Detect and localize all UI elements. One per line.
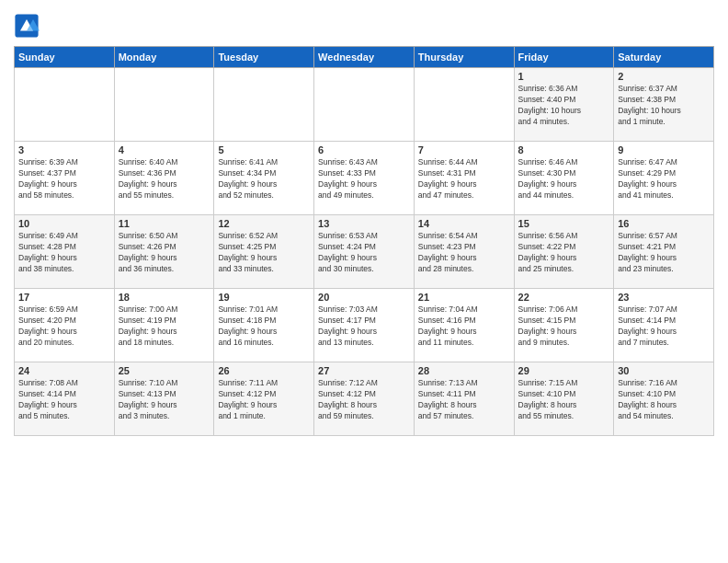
- calendar-cell: 4Sunrise: 6:40 AM Sunset: 4:36 PM Daylig…: [114, 142, 214, 215]
- day-number: 13: [318, 218, 410, 229]
- day-number: 14: [418, 218, 510, 229]
- calendar-cell: 13Sunrise: 6:53 AM Sunset: 4:24 PM Dayli…: [314, 215, 415, 289]
- day-info: Sunrise: 6:49 AM Sunset: 4:28 PM Dayligh…: [18, 231, 110, 275]
- day-number: 18: [119, 292, 210, 303]
- col-header-friday: Friday: [514, 47, 614, 68]
- day-info: Sunrise: 7:16 AM Sunset: 4:10 PM Dayligh…: [618, 378, 710, 422]
- day-info: Sunrise: 6:40 AM Sunset: 4:36 PM Dayligh…: [119, 157, 210, 201]
- col-header-wednesday: Wednesday: [314, 47, 415, 68]
- calendar-cell: 7Sunrise: 6:44 AM Sunset: 4:31 PM Daylig…: [414, 142, 514, 215]
- calendar-cell: [314, 68, 415, 142]
- day-number: 22: [518, 292, 610, 303]
- calendar-cell: 26Sunrise: 7:11 AM Sunset: 4:12 PM Dayli…: [214, 362, 314, 436]
- col-header-saturday: Saturday: [614, 47, 714, 68]
- day-info: Sunrise: 6:59 AM Sunset: 4:20 PM Dayligh…: [18, 304, 110, 349]
- day-info: Sunrise: 6:43 AM Sunset: 4:33 PM Dayligh…: [318, 157, 410, 201]
- calendar-cell: 25Sunrise: 7:10 AM Sunset: 4:13 PM Dayli…: [114, 362, 214, 436]
- day-number: 5: [218, 144, 310, 155]
- week-row-4: 24Sunrise: 7:08 AM Sunset: 4:14 PM Dayli…: [15, 362, 714, 436]
- calendar-cell: 30Sunrise: 7:16 AM Sunset: 4:10 PM Dayli…: [614, 362, 714, 436]
- calendar-cell: 1Sunrise: 6:36 AM Sunset: 4:40 PM Daylig…: [514, 68, 614, 142]
- day-number: 27: [318, 365, 410, 376]
- day-number: 1: [518, 71, 610, 82]
- calendar-cell: 18Sunrise: 7:00 AM Sunset: 4:19 PM Dayli…: [114, 289, 214, 362]
- day-number: 29: [518, 365, 610, 376]
- calendar-cell: 16Sunrise: 6:57 AM Sunset: 4:21 PM Dayli…: [614, 215, 714, 289]
- col-header-monday: Monday: [114, 47, 214, 68]
- calendar-cell: 27Sunrise: 7:12 AM Sunset: 4:12 PM Dayli…: [314, 362, 415, 436]
- calendar-cell: [15, 68, 115, 142]
- day-number: 28: [418, 365, 510, 376]
- day-number: 3: [18, 144, 110, 155]
- week-row-0: 1Sunrise: 6:36 AM Sunset: 4:40 PM Daylig…: [15, 68, 714, 142]
- day-info: Sunrise: 7:07 AM Sunset: 4:14 PM Dayligh…: [618, 304, 710, 349]
- calendar-cell: 5Sunrise: 6:41 AM Sunset: 4:34 PM Daylig…: [214, 142, 314, 215]
- day-info: Sunrise: 7:03 AM Sunset: 4:17 PM Dayligh…: [318, 304, 410, 349]
- calendar-cell: 10Sunrise: 6:49 AM Sunset: 4:28 PM Dayli…: [15, 215, 115, 289]
- day-number: 30: [618, 365, 710, 376]
- col-header-thursday: Thursday: [414, 47, 514, 68]
- day-info: Sunrise: 7:11 AM Sunset: 4:12 PM Dayligh…: [218, 378, 310, 422]
- day-info: Sunrise: 7:10 AM Sunset: 4:13 PM Dayligh…: [119, 378, 210, 422]
- calendar-cell: 23Sunrise: 7:07 AM Sunset: 4:14 PM Dayli…: [614, 289, 714, 362]
- day-info: Sunrise: 6:37 AM Sunset: 4:38 PM Dayligh…: [618, 84, 710, 128]
- week-row-3: 17Sunrise: 6:59 AM Sunset: 4:20 PM Dayli…: [15, 289, 714, 362]
- day-info: Sunrise: 6:50 AM Sunset: 4:26 PM Dayligh…: [119, 231, 210, 275]
- logo: [14, 13, 43, 39]
- calendar-cell: 3Sunrise: 6:39 AM Sunset: 4:37 PM Daylig…: [15, 142, 115, 215]
- day-number: 9: [618, 144, 710, 155]
- calendar-cell: 24Sunrise: 7:08 AM Sunset: 4:14 PM Dayli…: [15, 362, 115, 436]
- day-number: 25: [119, 365, 210, 376]
- calendar-cell: 14Sunrise: 6:54 AM Sunset: 4:23 PM Dayli…: [414, 215, 514, 289]
- day-info: Sunrise: 7:00 AM Sunset: 4:19 PM Dayligh…: [119, 304, 210, 349]
- calendar-cell: 20Sunrise: 7:03 AM Sunset: 4:17 PM Dayli…: [314, 289, 415, 362]
- day-info: Sunrise: 6:56 AM Sunset: 4:22 PM Dayligh…: [518, 231, 610, 275]
- calendar-cell: 29Sunrise: 7:15 AM Sunset: 4:10 PM Dayli…: [514, 362, 614, 436]
- day-number: 17: [18, 292, 110, 303]
- calendar-cell: 21Sunrise: 7:04 AM Sunset: 4:16 PM Dayli…: [414, 289, 514, 362]
- calendar-cell: 9Sunrise: 6:47 AM Sunset: 4:29 PM Daylig…: [614, 142, 714, 215]
- day-info: Sunrise: 6:53 AM Sunset: 4:24 PM Dayligh…: [318, 231, 410, 275]
- header-row: SundayMondayTuesdayWednesdayThursdayFrid…: [15, 47, 714, 68]
- logo-icon: [14, 13, 40, 39]
- page-container: SundayMondayTuesdayWednesdayThursdayFrid…: [0, 0, 728, 445]
- day-info: Sunrise: 7:04 AM Sunset: 4:16 PM Dayligh…: [418, 304, 510, 349]
- day-info: Sunrise: 7:13 AM Sunset: 4:11 PM Dayligh…: [418, 378, 510, 422]
- day-number: 15: [518, 218, 610, 229]
- calendar-cell: 2Sunrise: 6:37 AM Sunset: 4:38 PM Daylig…: [614, 68, 714, 142]
- calendar-cell: [214, 68, 314, 142]
- calendar-cell: 8Sunrise: 6:46 AM Sunset: 4:30 PM Daylig…: [514, 142, 614, 215]
- calendar-cell: 12Sunrise: 6:52 AM Sunset: 4:25 PM Dayli…: [214, 215, 314, 289]
- header: [14, 9, 714, 39]
- day-info: Sunrise: 7:15 AM Sunset: 4:10 PM Dayligh…: [518, 378, 610, 422]
- day-info: Sunrise: 6:44 AM Sunset: 4:31 PM Dayligh…: [418, 157, 510, 201]
- col-header-sunday: Sunday: [15, 47, 115, 68]
- day-number: 20: [318, 292, 410, 303]
- day-number: 8: [518, 144, 610, 155]
- calendar-cell: 22Sunrise: 7:06 AM Sunset: 4:15 PM Dayli…: [514, 289, 614, 362]
- day-info: Sunrise: 7:12 AM Sunset: 4:12 PM Dayligh…: [318, 378, 410, 422]
- day-info: Sunrise: 7:08 AM Sunset: 4:14 PM Dayligh…: [18, 378, 110, 422]
- day-number: 19: [218, 292, 310, 303]
- calendar-cell: 19Sunrise: 7:01 AM Sunset: 4:18 PM Dayli…: [214, 289, 314, 362]
- day-number: 4: [119, 144, 210, 155]
- day-number: 21: [418, 292, 510, 303]
- day-number: 7: [418, 144, 510, 155]
- day-info: Sunrise: 6:57 AM Sunset: 4:21 PM Dayligh…: [618, 231, 710, 275]
- day-number: 23: [618, 292, 710, 303]
- day-number: 11: [119, 218, 210, 229]
- day-number: 26: [218, 365, 310, 376]
- day-number: 12: [218, 218, 310, 229]
- day-info: Sunrise: 6:46 AM Sunset: 4:30 PM Dayligh…: [518, 157, 610, 201]
- day-info: Sunrise: 6:41 AM Sunset: 4:34 PM Dayligh…: [218, 157, 310, 201]
- day-info: Sunrise: 7:01 AM Sunset: 4:18 PM Dayligh…: [218, 304, 310, 349]
- day-info: Sunrise: 6:54 AM Sunset: 4:23 PM Dayligh…: [418, 231, 510, 275]
- col-header-tuesday: Tuesday: [214, 47, 314, 68]
- calendar-cell: [114, 68, 214, 142]
- day-number: 24: [18, 365, 110, 376]
- calendar-cell: 15Sunrise: 6:56 AM Sunset: 4:22 PM Dayli…: [514, 215, 614, 289]
- day-info: Sunrise: 6:36 AM Sunset: 4:40 PM Dayligh…: [518, 84, 610, 128]
- day-number: 2: [618, 71, 710, 82]
- day-info: Sunrise: 7:06 AM Sunset: 4:15 PM Dayligh…: [518, 304, 610, 349]
- week-row-1: 3Sunrise: 6:39 AM Sunset: 4:37 PM Daylig…: [15, 142, 714, 215]
